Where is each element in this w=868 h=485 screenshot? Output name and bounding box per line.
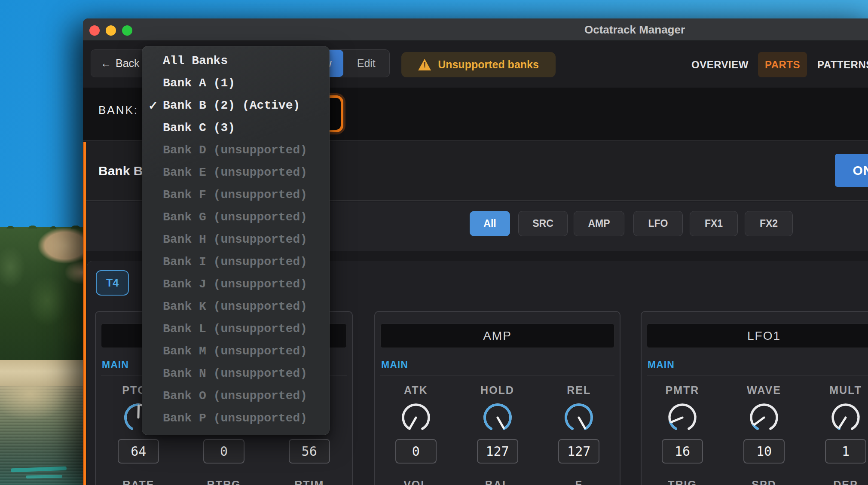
knob-dial[interactable]: [829, 401, 862, 434]
edit-segment[interactable]: Edit: [343, 50, 390, 77]
knob-label: DEP: [833, 479, 858, 485]
knob-value-field[interactable]: 64: [118, 439, 159, 464]
card-divider: [380, 375, 614, 376]
knob-value-field[interactable]: 0: [395, 439, 437, 464]
menu-item-bank-b[interactable]: ✓Bank B (2) (Active): [142, 95, 329, 117]
param-card-lfo1: LFO1 MAIN PMTR WAVE MULT 16 10 1 TRIG SP…: [641, 311, 868, 485]
minimize-button[interactable]: [106, 25, 116, 36]
wallpaper-shore: [0, 360, 86, 386]
bank-on-button[interactable]: ON: [835, 154, 868, 187]
warning-triangle-icon: [418, 59, 431, 70]
menu-item-bank-a[interactable]: Bank A (1): [142, 72, 329, 95]
knob-dial[interactable]: [400, 401, 432, 434]
knob-label: WAVE: [747, 384, 781, 397]
knob-dial[interactable]: [748, 401, 780, 434]
knob-label: RTIM: [294, 479, 324, 485]
card-title: LFO1: [647, 323, 868, 348]
knob-label: PMTR: [666, 384, 700, 397]
knob-label: MULT: [829, 384, 862, 397]
active-part-orange-border: [83, 142, 86, 485]
wallpaper-lake-streak: [26, 475, 62, 478]
menu-item-bank-f: Bank F (unsupported): [142, 184, 329, 206]
menu-item-bank-n: Bank N (unsupported): [142, 363, 329, 385]
menu-item-bank-i: Bank I (unsupported): [142, 251, 329, 273]
back-arrow-icon: ←: [101, 57, 111, 70]
menu-item-bank-g: Bank G (unsupported): [142, 206, 329, 229]
knob-value-field[interactable]: 16: [662, 439, 703, 464]
filter-src-button[interactable]: SRC: [518, 211, 568, 236]
warning-label: Unsupported banks: [438, 58, 539, 71]
unsupported-banks-warning[interactable]: Unsupported banks: [401, 52, 556, 77]
menu-item-bank-j: Bank J (unsupported): [142, 273, 329, 296]
close-button[interactable]: [89, 25, 100, 36]
knob-label: SPD: [752, 479, 776, 485]
knob-label: RTRG: [207, 479, 241, 485]
card-section-label: MAIN: [648, 359, 675, 371]
menu-item-bank-c[interactable]: Bank C (3): [142, 117, 329, 139]
filter-lfo-button[interactable]: LFO: [633, 211, 683, 236]
menu-item-bank-m: Bank M (unsupported): [142, 340, 329, 363]
knob-label: BAL: [485, 479, 510, 485]
filter-all-button[interactable]: All: [470, 211, 510, 236]
filter-fx1-button[interactable]: FX1: [690, 211, 738, 236]
menu-item-bank-d: Bank D (unsupported): [142, 139, 329, 162]
knob-label: HOLD: [480, 384, 514, 397]
card-section-label: MAIN: [381, 359, 408, 371]
knob-value-field[interactable]: 127: [477, 439, 518, 464]
track-tab-t4[interactable]: T4: [96, 270, 129, 296]
titlebar[interactable]: Octatrack Manager: [83, 18, 868, 41]
knob-dial[interactable]: [562, 401, 595, 434]
knob-value-field[interactable]: 56: [289, 439, 330, 464]
menu-item-bank-h: Bank H (unsupported): [142, 229, 329, 251]
traffic-lights: [89, 25, 132, 36]
menu-item-bank-k: Bank K (unsupported): [142, 296, 329, 318]
back-button-label: Back: [116, 57, 140, 70]
knob-label: F: [575, 479, 583, 485]
bank-label: BANK:: [98, 104, 138, 117]
knob-label: ATK: [404, 384, 428, 397]
menu-item-bank-o: Bank O (unsupported): [142, 385, 329, 407]
knob-value-field[interactable]: 10: [743, 439, 785, 464]
zoom-button[interactable]: [122, 25, 132, 36]
filter-amp-button[interactable]: AMP: [574, 211, 624, 236]
menu-item-all-banks[interactable]: All Banks: [142, 50, 329, 72]
wallpaper-forest: [0, 227, 86, 361]
menu-item-bank-p: Bank P (unsupported): [142, 407, 329, 430]
filter-fx2-button[interactable]: FX2: [745, 211, 793, 236]
card-section-label: MAIN: [102, 359, 129, 371]
bank-dropdown-menu: All Banks Bank A (1) ✓Bank B (2) (Active…: [142, 46, 330, 435]
knob-dial[interactable]: [481, 401, 514, 434]
nav-tab-overview[interactable]: OVERVIEW: [691, 52, 749, 77]
knob-label: VOL: [403, 479, 428, 485]
check-icon: ✓: [148, 95, 158, 117]
nav-tab-parts[interactable]: PARTS: [758, 52, 807, 77]
card-title: AMP: [380, 323, 614, 348]
knob-value-field[interactable]: 0: [203, 439, 245, 464]
knob-label: RATE: [122, 479, 154, 485]
bank-section-title: Bank B: [98, 164, 143, 178]
knob-label: REL: [567, 384, 591, 397]
menu-item-bank-l: Bank L (unsupported): [142, 318, 329, 340]
menu-item-bank-e: Bank E (unsupported): [142, 162, 329, 184]
knob-value-field[interactable]: 127: [558, 439, 599, 464]
card-divider: [647, 375, 868, 376]
knob-dial[interactable]: [666, 401, 699, 434]
nav-tab-patterns[interactable]: PATTERNS: [817, 52, 868, 77]
knob-value-field[interactable]: 1: [825, 439, 866, 464]
window-title: Octatrack Manager: [584, 18, 685, 41]
param-card-amp: AMP MAIN ATK HOLD REL 0 127 127 VOL BAL: [374, 311, 620, 485]
knob-label: TRIG: [668, 479, 697, 485]
